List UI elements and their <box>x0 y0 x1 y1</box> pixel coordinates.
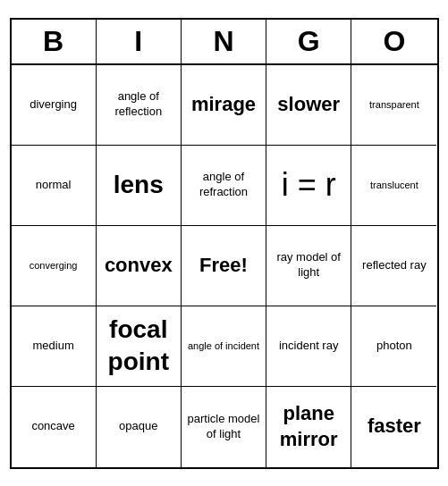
bingo-card: BINGO divergingangle of reflectionmirage… <box>10 18 439 469</box>
bingo-cell: Free! <box>182 226 266 306</box>
bingo-cell: lens <box>97 146 182 226</box>
cell-text: faster <box>368 414 421 440</box>
bingo-header: BINGO <box>12 20 437 65</box>
header-letter: G <box>266 20 351 63</box>
cell-text: ray model of light <box>272 250 345 281</box>
bingo-cell: transparent <box>351 65 436 146</box>
cell-text: plane mirror <box>272 401 345 452</box>
cell-text: i = r <box>282 164 336 206</box>
bingo-cell: incident ray <box>266 306 351 387</box>
bingo-cell: convex <box>97 226 182 306</box>
bingo-cell: faster <box>351 387 436 467</box>
bingo-cell: photon <box>351 306 436 387</box>
bingo-cell: angle of incident <box>182 306 266 387</box>
cell-text: diverging <box>30 97 77 113</box>
cell-text: medium <box>32 339 73 354</box>
cell-text: slower <box>277 92 340 118</box>
cell-text: transparent <box>369 98 419 111</box>
bingo-cell: i = r <box>266 146 351 226</box>
bingo-cell: translucent <box>351 146 436 226</box>
cell-text: converging <box>30 259 78 272</box>
header-letter: O <box>351 20 436 63</box>
cell-text: normal <box>36 178 72 193</box>
bingo-cell: particle model of light <box>182 387 266 467</box>
cell-text: angle of refraction <box>187 170 260 200</box>
cell-text: angle of incident <box>188 339 259 352</box>
bingo-cell: medium <box>12 306 97 387</box>
bingo-cell: opaque <box>97 387 182 467</box>
bingo-cell: converging <box>12 226 97 306</box>
bingo-cell: diverging <box>12 65 97 146</box>
bingo-cell: angle of reflection <box>97 65 182 146</box>
cell-text: Free! <box>199 253 248 279</box>
bingo-cell: ray model of light <box>266 226 351 306</box>
cell-text: focal point <box>102 314 175 379</box>
bingo-cell: concave <box>12 387 97 467</box>
cell-text: opaque <box>119 419 157 434</box>
cell-text: translucent <box>370 179 418 191</box>
cell-text: mirage <box>191 92 256 118</box>
bingo-cell: normal <box>12 146 97 226</box>
cell-text: concave <box>31 419 74 434</box>
bingo-cell: reflected ray <box>351 226 436 306</box>
header-letter: I <box>97 20 182 63</box>
cell-text: angle of reflection <box>102 89 175 120</box>
header-letter: N <box>182 20 266 63</box>
cell-text: reflected ray <box>362 258 427 273</box>
bingo-cell: plane mirror <box>266 387 351 467</box>
cell-text: lens <box>114 169 164 201</box>
bingo-cell: slower <box>266 65 351 146</box>
bingo-cell: angle of refraction <box>182 146 266 226</box>
bingo-cell: mirage <box>182 65 266 146</box>
bingo-cell: focal point <box>97 306 182 387</box>
header-letter: B <box>12 20 97 63</box>
cell-text: particle model of light <box>187 412 260 442</box>
bingo-grid: divergingangle of reflectionmirageslower… <box>12 65 437 467</box>
cell-text: photon <box>376 339 412 354</box>
cell-text: incident ray <box>279 339 338 354</box>
cell-text: convex <box>105 253 173 279</box>
